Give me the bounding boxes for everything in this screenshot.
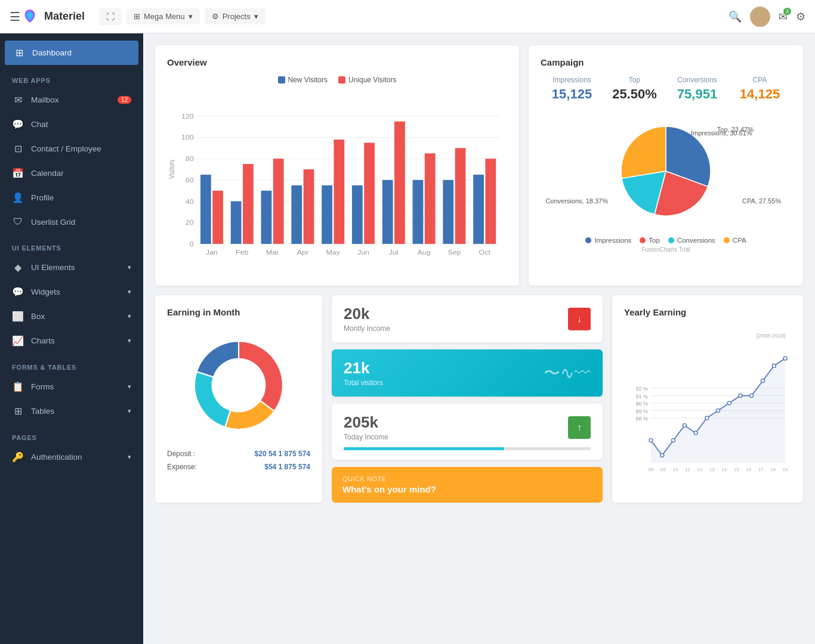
svg-text:Jan: Jan [206,249,218,256]
deposit-value: $20 54 1 875 574 [255,450,310,458]
settings-button[interactable]: ⚙ [796,10,805,23]
charts-icon: 📈 [12,335,24,346]
svg-text:18: 18 [770,467,776,472]
pie-legend: Impressions Top Conversions CPA [541,237,791,244]
layout: ⊞ Dashboard Web Apps ✉ Mailbox 12 💬 Chat… [0,33,815,644]
svg-rect-20 [231,202,242,244]
tables-icon: ⊞ [12,405,24,417]
avatar-wrap [750,7,770,27]
impressions-label: Impressions [541,76,603,84]
hamburger-button[interactable]: ☰ [10,10,20,24]
svg-rect-41 [443,180,453,244]
sidebar-item-chat[interactable]: 💬 Chat [0,112,143,137]
sidebar-item-dashboard[interactable]: ⊞ Dashboard [5,41,138,65]
pie-chart-area: Impressions, 30.61% Top, 23.47% Conversi… [541,112,791,231]
yearly-chart-svg: 92 %91 %90 %89 %88 %[2008-2019]080910111… [624,326,791,481]
pie-legend-top: Top [640,237,660,244]
mail-badge: 3 [783,8,791,15]
sidebar-item-charts[interactable]: 📈 Charts ▾ [0,329,143,353]
yearly-chart-area: 92 %91 %90 %89 %88 %[2008-2019]080910111… [624,326,791,481]
user-avatar[interactable] [750,7,770,27]
contact-icon: ⊡ [12,143,24,154]
forms-icon: 📋 [12,381,24,392]
pie-chart-svg [606,112,726,231]
sidebar-item-widgets[interactable]: 💬 Widgets ▾ [0,280,143,304]
sidebar-item-profile[interactable]: 👤 Profile [0,185,143,210]
fullscreen-button[interactable]: ⛶ [99,8,122,25]
chevron-ui: ▾ [128,264,131,271]
mailbox-icon: ✉ [12,94,24,106]
svg-rect-27 [304,169,314,244]
sidebar-item-ui-elements[interactable]: ◆ UI Elements ▾ [0,255,143,280]
metric-top: Top 25.50% [603,76,666,102]
ui-icon: ◆ [12,262,24,273]
profile-icon: 👤 [12,192,24,203]
box-icon: ⬜ [12,311,24,322]
legend-unique-label: Unique Visitors [348,76,396,84]
svg-text:Oct: Oct [479,249,491,256]
total-visitors-info: 21k Total visitors [344,359,383,387]
sidebar-label-contact: Contact / Employee [31,144,101,153]
sidebar-item-authentication[interactable]: 🔑 Authentication ▾ [0,445,143,469]
mega-menu-button[interactable]: ⊞ Mega Menu ▾ [126,8,200,24]
sidebar-item-contact-employee[interactable]: ⊡ Contact / Employee [0,137,143,161]
svg-text:12: 12 [697,467,702,472]
svg-rect-26 [291,185,302,244]
sidebar-label-userlist: Userlist Grid [31,218,75,227]
svg-text:90 %: 90 % [635,401,648,407]
arrow-up-icon: ↑ [577,422,582,433]
svg-rect-38 [413,180,424,244]
cpa-value: 14,125 [728,86,791,102]
total-visitors-value: 21k [344,359,383,377]
svg-rect-42 [455,148,466,244]
chevron-tables: ▾ [128,407,131,415]
logo-text: Materiel [44,10,85,23]
sidebar-item-tables[interactable]: ⊞ Tables ▾ [0,399,143,423]
mega-menu-label: Mega Menu [144,12,185,21]
svg-point-64 [717,409,720,413]
sidebar-item-box[interactable]: ⬜ Box ▾ [0,304,143,329]
topnav: ☰ Materiel ⛶ ⊞ Mega Menu ▾ ⚙ Projects ▾ … [0,0,815,33]
overview-chart-area: 020406080100120VisitorsJanFebMarAprMayJu… [167,89,507,274]
svg-text:Mar: Mar [266,249,279,256]
svg-rect-35 [382,180,393,244]
income-up-button[interactable]: ↑ [568,416,591,439]
chevron-down-icon: ▾ [189,12,193,21]
stats-col: 20k Montly Income ↓ 21k Total visitors 〜… [332,295,603,503]
sidebar-item-mailbox[interactable]: ✉ Mailbox 12 [0,88,143,112]
svg-text:60: 60 [186,177,194,184]
svg-text:Jun: Jun [357,249,369,256]
svg-rect-29 [322,185,332,244]
web-apps-section: Web Apps [0,66,143,88]
metric-conversions: Conversions 75,951 [666,76,728,102]
svg-text:Aug: Aug [418,249,431,256]
campaign-title: Campaign [541,57,791,67]
income-down-button[interactable]: ↓ [568,308,591,330]
svg-rect-33 [364,143,375,244]
projects-button[interactable]: ⚙ Projects ▾ [205,8,266,24]
campaign-card: Campaign Impressions 15,125 Top 25.50% C… [529,45,803,286]
search-button[interactable]: 🔍 [728,10,742,23]
sidebar-item-userlist-grid[interactable]: 🛡 Userlist Grid [0,210,143,234]
pie-legend-impressions: Impressions [585,237,631,244]
sidebar-label-tables: Tables [31,407,54,416]
svg-text:40: 40 [186,199,194,205]
monthly-income-label: Montly Income [344,324,390,333]
sidebar-item-forms[interactable]: 📋 Forms ▾ [0,374,143,399]
calendar-icon: 📅 [12,168,24,179]
shield-icon: 🛡 [12,216,24,227]
overview-title: Overview [167,57,507,67]
svg-rect-44 [473,175,484,244]
conversions-label: Conversions [666,76,728,84]
chat-icon: 💬 [12,119,24,130]
chart-legend: New Visitors Unique Visitors [167,76,507,84]
conversions-value: 75,951 [666,86,728,102]
deposit-label: Deposit : [167,450,195,458]
svg-point-59 [660,454,664,457]
svg-text:17: 17 [758,467,764,472]
svg-point-1 [753,18,767,27]
dashboard-icon: ⊞ [13,47,25,58]
sidebar-item-calendar[interactable]: 📅 Calendar [0,161,143,185]
svg-text:120: 120 [181,113,194,120]
topnav-right: 🔍 ✉ 3 ⚙ [728,7,805,27]
